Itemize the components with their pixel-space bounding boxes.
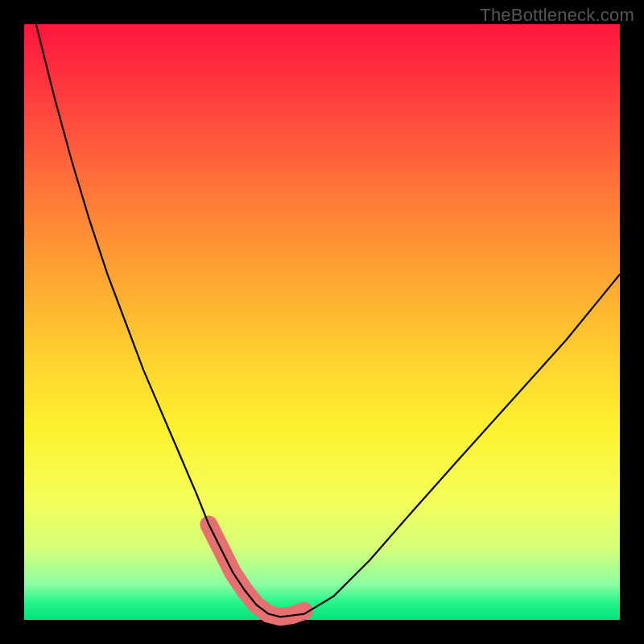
plot-area [24,24,620,620]
highlight-band [208,525,303,617]
watermark-text: TheBottleneck.com [480,5,634,26]
curve-layer [24,24,620,620]
bottleneck-curve [36,24,620,617]
chart-container: TheBottleneck.com [0,0,644,644]
